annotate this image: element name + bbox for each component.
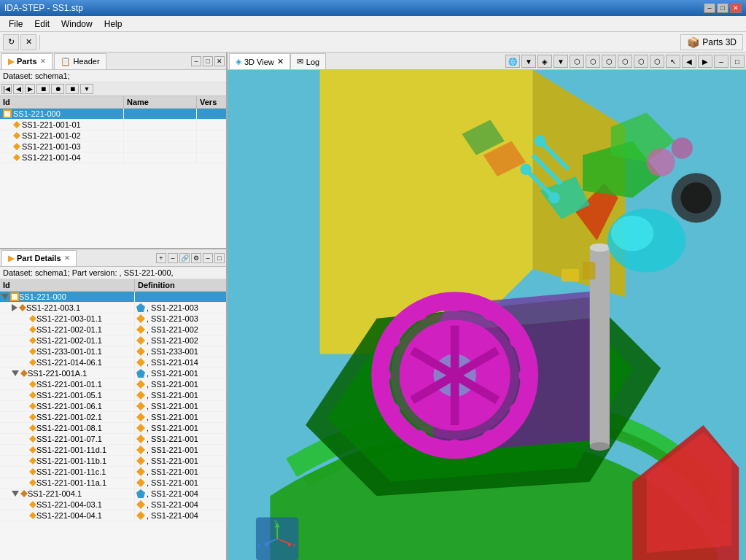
- view-btn-3d2[interactable]: ⬡: [586, 55, 600, 68]
- parts-maximize-btn[interactable]: □: [203, 56, 213, 66]
- parts-row-vers: [197, 152, 226, 163]
- nav-prev[interactable]: ◀: [13, 84, 23, 94]
- tab-parts-close[interactable]: ✕: [40, 58, 46, 65]
- details-minimize-btn[interactable]: –: [203, 253, 213, 263]
- view-btn-3d4[interactable]: ⬡: [618, 55, 632, 68]
- menu-help[interactable]: Help: [98, 18, 128, 31]
- view-btn-shapes[interactable]: ◈: [537, 55, 552, 68]
- details-options-btn[interactable]: ⚙: [191, 253, 201, 263]
- details-table-row[interactable]: SS1-221-001-05.1 , SS1-221-001: [0, 390, 226, 401]
- details-table-row[interactable]: SS1-221-004.1 , SS1-221-004: [0, 489, 226, 499]
- view-btn-nav2[interactable]: ▶: [698, 55, 712, 68]
- details-table-row[interactable]: SS1-221-001-11c.1 , SS1-221-001: [0, 467, 226, 478]
- nav-btn6[interactable]: ⏹: [66, 84, 79, 94]
- details-table-row[interactable]: SS1-221-001-06.1 , SS1-221-001: [0, 401, 226, 412]
- expand-down-icon[interactable]: [12, 370, 19, 376]
- details-maximize-btn[interactable]: □: [214, 253, 225, 263]
- details-table-row[interactable]: SS1-221-001-11d.1 , SS1-221-001: [0, 445, 226, 456]
- view-btn-3d6[interactable]: ⬡: [650, 55, 664, 68]
- parts-row-name: [124, 141, 197, 152]
- expand-right-icon[interactable]: [12, 304, 18, 311]
- view-btn-3d5[interactable]: ⬡: [634, 55, 648, 68]
- parts-dataset-text: Dataset: schema1;: [3, 71, 70, 80]
- main-toolbar: ↻ ✕ 📦 Parts 3D: [0, 32, 746, 52]
- tab-log[interactable]: ✉ Log: [290, 53, 326, 69]
- parts-table-row[interactable]: SS1-221-000: [0, 109, 226, 120]
- details-remove-btn[interactable]: –: [168, 253, 178, 263]
- details-row-def: , SS1-221-001: [135, 478, 226, 488]
- close-button[interactable]: ✕: [730, 3, 742, 13]
- details-table-row[interactable]: SS1-221-002-01.1 , SS1-221-002: [0, 324, 226, 335]
- details-def-text: , SS1-221-001: [147, 380, 198, 389]
- part-icon: [29, 359, 36, 366]
- view-btn-world[interactable]: 🌐: [505, 55, 520, 68]
- minimize-button[interactable]: –: [704, 3, 715, 13]
- details-def-text: , SS1-221-001: [147, 413, 198, 421]
- 3d-viewport[interactable]: x y z: [228, 70, 746, 560]
- view-maximize[interactable]: □: [730, 55, 745, 68]
- view-btn-nav1[interactable]: ◀: [682, 55, 696, 68]
- details-table: Id Definition SS1-221-000 SS1-221-003.1 …: [0, 279, 226, 560]
- details-link-btn[interactable]: 🔗: [179, 253, 190, 263]
- details-def-text: , SS1-221-004: [147, 489, 198, 498]
- menu-window[interactable]: Window: [55, 18, 98, 31]
- details-table-row[interactable]: SS1-221-001-02.1 , SS1-221-001: [0, 412, 226, 423]
- toolbar-refresh[interactable]: ↻: [3, 34, 19, 50]
- view-btn-dropdown2[interactable]: ▼: [553, 55, 568, 68]
- details-table-row[interactable]: SS1-221-000: [0, 292, 226, 303]
- parts-table-row[interactable]: SS1-221-001-04: [0, 152, 226, 163]
- tab-details-label: Part Details: [17, 254, 61, 262]
- tab-parts[interactable]: ▶ Parts ✕: [1, 53, 53, 69]
- parts-minimize-btn[interactable]: –: [191, 56, 201, 66]
- parts-close-btn[interactable]: ✕: [214, 56, 225, 66]
- nav-dropdown[interactable]: ▼: [80, 84, 93, 94]
- details-table-row[interactable]: SS1-221-002-01.1 , SS1-221-002: [0, 335, 226, 346]
- view-btn-cursor[interactable]: ↖: [666, 55, 680, 68]
- details-table-row[interactable]: SS1-221-001A.1 , SS1-221-001: [0, 368, 226, 379]
- details-add-btn[interactable]: +: [156, 253, 166, 263]
- details-table-row[interactable]: SS1-221-001-01.1 , SS1-221-001: [0, 379, 226, 390]
- nav-btn5[interactable]: ⏺: [51, 84, 64, 94]
- view-minimize[interactable]: –: [714, 55, 728, 68]
- details-table-row[interactable]: SS1-233-001-01.1 , SS1-233-001: [0, 346, 226, 357]
- toolbar-close-x[interactable]: ✕: [20, 34, 36, 50]
- details-table-row[interactable]: SS1-221-004-03.1 , SS1-221-004: [0, 499, 226, 510]
- view-btn-3d1[interactable]: ⬡: [570, 55, 584, 68]
- parts-id-text: SS1-221-000: [13, 109, 61, 118]
- menu-file[interactable]: File: [3, 18, 28, 31]
- tab-part-details[interactable]: ▶ Part Details ✕: [1, 250, 77, 266]
- parts-row-id: SS1-221-001-02: [0, 131, 124, 141]
- assembly-icon: [3, 109, 12, 118]
- details-table-row[interactable]: SS1-221-003-01.1 , SS1-221-003: [0, 314, 226, 324]
- parts-table-row[interactable]: SS1-221-001-02: [0, 131, 226, 141]
- svg-point-32: [611, 216, 653, 252]
- details-table-row[interactable]: SS1-221-003.1 , SS1-221-003: [0, 303, 226, 314]
- maximize-button[interactable]: □: [717, 3, 728, 13]
- details-table-row[interactable]: SS1-221-001-11a.1 , SS1-221-001: [0, 478, 226, 489]
- nav-play[interactable]: ▶: [25, 84, 35, 94]
- details-table-row[interactable]: SS1-221-001-07.1 , SS1-221-001: [0, 434, 226, 445]
- details-table-row[interactable]: SS1-221-004-04.1 , SS1-221-004: [0, 510, 226, 521]
- expand-down-icon[interactable]: [12, 491, 19, 497]
- tab-3d-close[interactable]: ✕: [277, 57, 284, 66]
- details-table-row[interactable]: SS1-221-001-08.1 , SS1-221-001: [0, 423, 226, 434]
- menu-edit[interactable]: Edit: [28, 18, 55, 31]
- tab-3d-view[interactable]: ◈ 3D View ✕: [229, 53, 290, 69]
- parts-table-row[interactable]: SS1-221-001-01: [0, 120, 226, 131]
- nav-first[interactable]: |◀: [1, 84, 12, 94]
- parts-row-vers: [197, 141, 226, 152]
- details-id-text: SS1-233-001-01.1: [36, 347, 102, 356]
- parts-table-row[interactable]: SS1-221-001-03: [0, 141, 226, 152]
- nav-btn4[interactable]: ⏹: [36, 84, 50, 94]
- expand-down-icon[interactable]: [1, 294, 9, 300]
- details-table-row[interactable]: SS1-221-001-11b.1 , SS1-221-001: [0, 456, 226, 467]
- parts-table: Id Name Vers SS1-221-000 SS1-221-001-01 …: [0, 96, 226, 248]
- tab-header[interactable]: 📋 Header: [54, 53, 106, 69]
- view-btn-dropdown1[interactable]: ▼: [521, 55, 536, 68]
- view-btn-3d3[interactable]: ⬡: [602, 55, 616, 68]
- tab-details-close[interactable]: ✕: [64, 254, 70, 262]
- details-row-def: , SS1-221-004: [135, 510, 226, 521]
- svg-point-16: [510, 331, 527, 348]
- details-def-text: , SS1-221-001: [147, 446, 198, 454]
- details-table-row[interactable]: SS1-221-014-06.1 , SS1-221-014: [0, 357, 226, 368]
